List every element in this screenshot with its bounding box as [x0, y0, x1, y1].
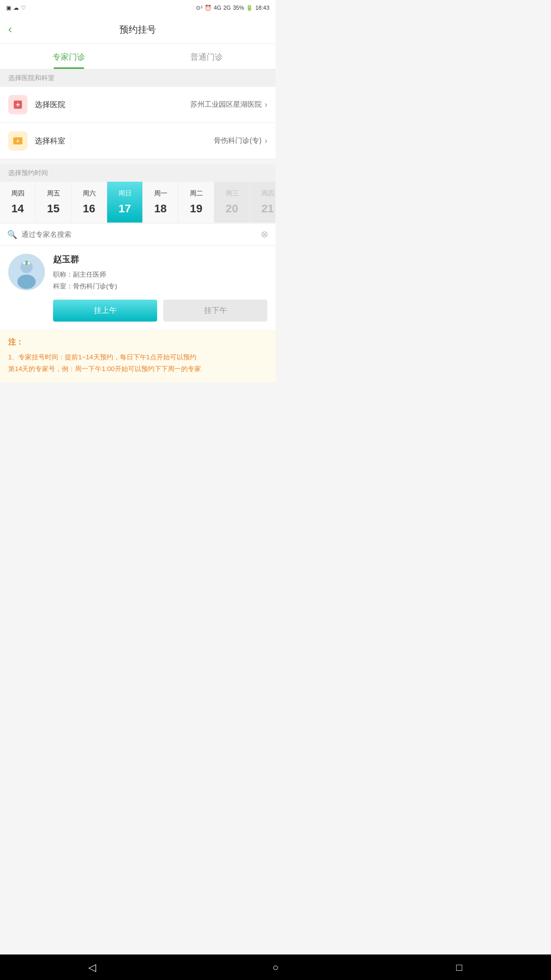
- calendar-day-19[interactable]: 周二 19: [179, 182, 214, 223]
- hospital-value: 苏州工业园区星湖医院: [78, 100, 262, 109]
- tab-general[interactable]: 普通门诊: [138, 44, 276, 69]
- hospital-chevron-icon: ›: [265, 100, 267, 109]
- dept-chevron-icon: ›: [265, 136, 267, 145]
- afternoon-button[interactable]: 挂下午: [163, 300, 267, 322]
- signal-2g: 2G: [223, 5, 231, 11]
- signal-46: 4G: [214, 5, 221, 11]
- health-icon: ♡: [21, 5, 26, 11]
- doctor-actions: 挂上午 挂下午: [8, 300, 267, 322]
- doctor-top: 赵玉群 职称：副主任医师 科室：骨伤科门诊(专): [8, 254, 267, 292]
- tab-bar: 专家门诊 普通门诊: [0, 44, 276, 69]
- doctor-title: 职称：副主任医师: [53, 268, 267, 280]
- calendar-scroll[interactable]: 周四 14 周五 15 周六 16 周日 17 周一 18 周二 19 周三 2…: [0, 182, 276, 223]
- tab-expert[interactable]: 专家门诊: [0, 44, 138, 69]
- search-input[interactable]: [21, 230, 261, 238]
- svg-text:+: +: [16, 101, 20, 109]
- note-section: 注： 1、专家挂号时间：提前1~14天预约，每日下午1点开始可以预约 第14天的…: [0, 330, 276, 382]
- calendar-day-15[interactable]: 周五 15: [36, 182, 71, 223]
- status-bar: ▣ ☁ ♡ ⊙¹ ⏰ 4G 2G 35% 🔋 18:43: [0, 0, 276, 15]
- weather-icon: ☁: [13, 5, 19, 11]
- hospital-row[interactable]: + 选择医院 苏州工业园区星湖医院 ›: [0, 87, 276, 123]
- dept-row[interactable]: + 选择科室 骨伤科门诊(专) ›: [0, 123, 276, 159]
- time: 18:43: [255, 5, 269, 11]
- search-clear-icon[interactable]: ⊗: [261, 229, 268, 240]
- calendar-day-16[interactable]: 周六 16: [71, 182, 107, 223]
- note-title: 注：: [8, 337, 267, 347]
- hospital-icon: +: [8, 95, 28, 114]
- calendar-day-14[interactable]: 周四 14: [0, 182, 36, 223]
- header: ‹ 预约挂号: [0, 15, 276, 44]
- battery-icon: 🔋: [246, 5, 253, 11]
- hospital-section-label: 选择医院和科室: [0, 69, 276, 87]
- calendar-day-20[interactable]: 周三 20: [214, 182, 250, 223]
- page-title: 预约挂号: [119, 23, 156, 36]
- note-line-2: 第14天的专家号，例：周一下午1:00开始可以预约下下周一的专家: [8, 363, 267, 375]
- dept-value: 骨伤科门诊(专): [78, 136, 262, 145]
- status-right: ⊙¹ ⏰ 4G 2G 35% 🔋 18:43: [196, 5, 269, 11]
- battery-percent: 35%: [233, 5, 244, 11]
- doctor-dept: 科室：骨伤科门诊(专): [53, 280, 267, 292]
- time-section-label: 选择预约时间: [0, 164, 276, 182]
- search-bar: 🔍 ⊗: [0, 223, 276, 246]
- back-button[interactable]: ‹: [8, 23, 12, 36]
- location-icon: ⊙¹: [196, 5, 203, 11]
- doctor-info: 赵玉群 职称：副主任医师 科室：骨伤科门诊(专): [53, 254, 267, 292]
- hospital-label: 选择医院: [35, 100, 70, 110]
- divider2: [70, 133, 71, 149]
- doctor-card: 赵玉群 职称：副主任医师 科室：骨伤科门诊(专) 挂上午 挂下午: [0, 246, 276, 330]
- status-left: ▣ ☁ ♡: [6, 5, 26, 11]
- sim-icon: ▣: [6, 5, 11, 11]
- calendar-day-21[interactable]: 周四 21: [250, 182, 276, 223]
- search-icon: 🔍: [7, 230, 17, 239]
- svg-point-6: [17, 275, 36, 289]
- dept-label: 选择科室: [35, 136, 70, 146]
- dept-icon: +: [8, 131, 28, 151]
- divider: [70, 97, 71, 112]
- svg-rect-8: [26, 261, 28, 265]
- select-rows: + 选择医院 苏州工业园区星湖医院 › + 选择科室 骨伤科门诊(专) ›: [0, 87, 276, 159]
- doctor-name: 赵玉群: [53, 254, 267, 265]
- svg-text:+: +: [16, 138, 19, 144]
- doctor-avatar: [8, 254, 45, 290]
- alarm-icon: ⏰: [205, 5, 212, 11]
- morning-button[interactable]: 挂上午: [53, 300, 157, 322]
- calendar-day-18[interactable]: 周一 18: [143, 182, 179, 223]
- calendar-day-17[interactable]: 周日 17: [107, 182, 143, 223]
- note-line-1: 1、专家挂号时间：提前1~14天预约，每日下午1点开始可以预约: [8, 351, 267, 363]
